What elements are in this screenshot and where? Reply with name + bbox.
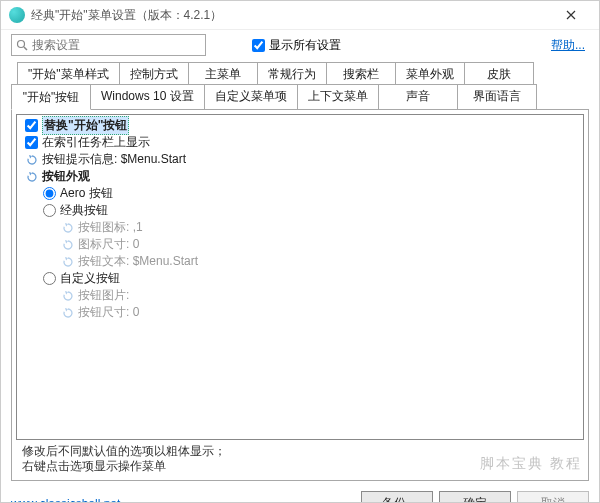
show-all-check[interactable] (252, 39, 265, 52)
hint-line-2: 右键点击选项显示操作菜单 (22, 459, 578, 474)
tree-radio[interactable] (43, 187, 56, 200)
tree-row[interactable]: 经典按钮 (21, 202, 579, 219)
tree-radio[interactable] (43, 272, 56, 285)
tree-row[interactable]: 替换"开始"按钮 (21, 117, 579, 134)
tab-panel: 替换"开始"按钮在索引任务栏上显示按钮提示信息: $Menu.Start按钮外观… (11, 109, 589, 481)
tree-row: 图标尺寸: 0 (21, 236, 579, 253)
tree-row[interactable]: 自定义按钮 (21, 270, 579, 287)
tree-label: 按钮图标: ,1 (78, 219, 143, 236)
reset-icon (61, 255, 74, 268)
tree-label: 按钮图片: (78, 287, 129, 304)
close-button[interactable] (551, 1, 591, 29)
window-title: 经典"开始"菜单设置（版本：4.2.1） (31, 7, 551, 24)
options-tree[interactable]: 替换"开始"按钮在索引任务栏上显示按钮提示信息: $Menu.Start按钮外观… (16, 114, 584, 440)
reset-icon (25, 170, 38, 183)
tab-row-2: "开始"按钮Windows 10 设置自定义菜单项上下文菜单声音界面语言 (11, 84, 589, 109)
website-link[interactable]: www.classicshell.net (11, 497, 120, 504)
tree-label: 按钮文本: $Menu.Start (78, 253, 198, 270)
backup-button[interactable]: 备份 (361, 491, 433, 503)
tab[interactable]: 常规行为 (257, 62, 327, 85)
tree-label: 按钮外观 (42, 168, 90, 185)
search-input[interactable] (32, 35, 205, 55)
footer: www.classicshell.net 备份 确定 取消 (1, 487, 599, 503)
close-icon (566, 10, 576, 20)
reset-icon (61, 221, 74, 234)
hint-line-1: 修改后不同默认值的选项以粗体显示； (22, 444, 578, 459)
reset-icon (25, 153, 38, 166)
tree-label: 按钮提示信息: $Menu.Start (42, 151, 186, 168)
tree-label: 在索引任务栏上显示 (42, 134, 150, 151)
tree-label: 自定义按钮 (60, 270, 120, 287)
tab[interactable]: "开始"菜单样式 (17, 62, 120, 85)
tab-container: "开始"菜单样式控制方式主菜单常规行为搜索栏菜单外观皮肤 "开始"按钮Windo… (1, 62, 599, 109)
tab[interactable]: 菜单外观 (395, 62, 465, 85)
tree-row[interactable]: 按钮提示信息: $Menu.Start (21, 151, 579, 168)
tree-label: 图标尺寸: 0 (78, 236, 139, 253)
app-icon (9, 7, 25, 23)
tab[interactable]: "开始"按钮 (11, 84, 91, 110)
svg-line-1 (24, 47, 27, 50)
tree-row[interactable]: 在索引任务栏上显示 (21, 134, 579, 151)
tab[interactable]: 主菜单 (188, 62, 258, 85)
tab[interactable]: 控制方式 (119, 62, 189, 85)
tab[interactable]: 上下文菜单 (297, 84, 379, 109)
tree-label: Aero 按钮 (60, 185, 113, 202)
help-link[interactable]: 帮助... (551, 37, 589, 54)
cancel-button[interactable]: 取消 (517, 491, 589, 503)
tab[interactable]: 皮肤 (464, 62, 534, 85)
tab-row-1: "开始"菜单样式控制方式主菜单常规行为搜索栏菜单外观皮肤 (17, 62, 589, 85)
titlebar: 经典"开始"菜单设置（版本：4.2.1） (1, 1, 599, 30)
top-row: 显示所有设置 帮助... (1, 30, 599, 62)
tree-label: 替换"开始"按钮 (42, 116, 129, 135)
tab[interactable]: 界面语言 (457, 84, 537, 109)
reset-icon (61, 289, 74, 302)
tab[interactable]: Windows 10 设置 (90, 84, 205, 109)
tree-label: 按钮尺寸: 0 (78, 304, 139, 321)
tree-row: 按钮图标: ,1 (21, 219, 579, 236)
show-all-checkbox[interactable]: 显示所有设置 (252, 37, 341, 54)
tree-check[interactable] (25, 119, 38, 132)
search-icon (12, 39, 32, 51)
tab[interactable]: 声音 (378, 84, 458, 109)
tree-row: 按钮图片: (21, 287, 579, 304)
tab[interactable]: 自定义菜单项 (204, 84, 298, 109)
tab[interactable]: 搜索栏 (326, 62, 396, 85)
tree-row[interactable]: 按钮外观 (21, 168, 579, 185)
reset-icon (61, 238, 74, 251)
svg-point-0 (17, 41, 24, 48)
tree-row[interactable]: Aero 按钮 (21, 185, 579, 202)
tree-check[interactable] (25, 136, 38, 149)
reset-icon (61, 306, 74, 319)
tree-radio[interactable] (43, 204, 56, 217)
tree-label: 经典按钮 (60, 202, 108, 219)
tree-row: 按钮尺寸: 0 (21, 304, 579, 321)
ok-button[interactable]: 确定 (439, 491, 511, 503)
tree-row: 按钮文本: $Menu.Start (21, 253, 579, 270)
show-all-label: 显示所有设置 (269, 37, 341, 54)
hint-text: 修改后不同默认值的选项以粗体显示； 右键点击选项显示操作菜单 (22, 444, 578, 474)
search-wrap (11, 34, 206, 56)
